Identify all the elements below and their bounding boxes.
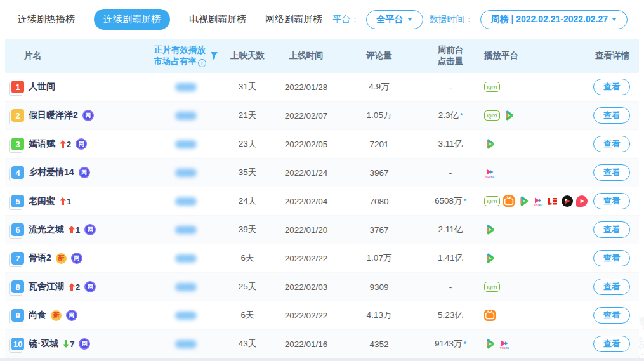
clicks-cell: 2.3亿* bbox=[422, 110, 479, 121]
clicks-value: 2.3亿 bbox=[438, 110, 459, 120]
online-date-cell: 2022/01/28 bbox=[276, 82, 336, 92]
view-button[interactable]: 查看 bbox=[593, 79, 630, 95]
comments-cell: 7201 bbox=[336, 140, 422, 149]
platforms-cell bbox=[479, 253, 586, 264]
platforms-cell: iQIYI bbox=[479, 82, 586, 92]
days-cell: 39天 bbox=[219, 224, 276, 235]
market-share-blurred-value bbox=[175, 312, 197, 320]
market-share-blurred-value bbox=[175, 197, 197, 206]
clicks-value: - bbox=[449, 168, 452, 178]
view-button[interactable]: 查看 bbox=[593, 193, 630, 209]
rank-badge: 10 bbox=[11, 338, 24, 350]
days-cell: 24天 bbox=[219, 195, 276, 207]
online-date-cell: 2022/01/16 bbox=[276, 339, 336, 349]
market-share-blurred-value bbox=[175, 169, 197, 177]
rank-badge: 6 bbox=[11, 223, 24, 236]
platform-select[interactable]: 全平台 bbox=[366, 10, 423, 29]
trend-up-icon bbox=[69, 226, 75, 233]
trend-value: 7 bbox=[70, 339, 74, 349]
view-button[interactable]: 查看 bbox=[593, 336, 630, 352]
days-cell: 25天 bbox=[219, 281, 276, 292]
clicks-cell: 9143万* bbox=[422, 338, 479, 350]
date-range-select[interactable]: 周榜 | 2022.02.21-2022.02.27 bbox=[480, 10, 628, 29]
table-row: 4乡村爱情14网35天2022/01/243967-YOUKU查看 bbox=[5, 159, 639, 187]
comments-cell: 3767 bbox=[336, 225, 422, 235]
drama-title: 镜·双城 bbox=[29, 338, 58, 350]
tab-4[interactable]: 网络剧霸屏榜 bbox=[265, 9, 322, 30]
comments-cell: 4.9万 bbox=[336, 81, 422, 93]
rank-badge: 7 bbox=[11, 252, 24, 265]
days-cell: 31天 bbox=[219, 81, 276, 93]
new-badge: 新 bbox=[56, 253, 67, 264]
web-drama-badge: 网 bbox=[84, 281, 96, 292]
rank-badge: 2 bbox=[11, 109, 24, 122]
comments-cell: 4352 bbox=[336, 339, 422, 349]
col-header-title: 片名 bbox=[5, 50, 152, 62]
view-button[interactable]: 查看 bbox=[593, 279, 630, 295]
days-cell: 35天 bbox=[219, 167, 276, 178]
platforms-cell: iQIYI bbox=[479, 282, 586, 292]
comments-cell: 4.13万 bbox=[336, 310, 422, 321]
sort-funnel-icon[interactable] bbox=[211, 52, 218, 60]
youku-icon: YOUKU bbox=[532, 195, 544, 207]
tab-label: 电视剧霸屏榜 bbox=[189, 13, 246, 24]
trend-down-icon bbox=[63, 340, 69, 348]
table-row: 8瓦舍江湖2网25天2022/02/039309-iQIYI查看 bbox=[5, 273, 639, 301]
table-row: 10镜·双城7网43天2022/01/1643529143万*YOUKU查看 bbox=[5, 330, 639, 358]
view-button[interactable]: 查看 bbox=[593, 221, 630, 238]
tab-1[interactable]: 连续剧热播榜 bbox=[18, 9, 75, 30]
market-share-blurred-value bbox=[175, 283, 197, 291]
mgtv-icon bbox=[503, 195, 515, 207]
estimate-star-icon: * bbox=[460, 112, 463, 119]
view-button[interactable]: 查看 bbox=[593, 107, 630, 124]
trend-indicator: 2 bbox=[60, 140, 71, 149]
youku-icon: YOUKU bbox=[484, 167, 496, 178]
market-share-blurred-value bbox=[175, 254, 197, 263]
platforms-cell bbox=[479, 310, 586, 321]
clicks-cell: 2.11亿 bbox=[422, 224, 479, 235]
online-date-cell: 2022/02/07 bbox=[276, 111, 336, 121]
drama-title: 假日暖洋洋2 bbox=[29, 110, 78, 121]
svg-text:YOUKU: YOUKU bbox=[500, 346, 509, 350]
clicks-value: - bbox=[449, 82, 452, 92]
platforms-cell bbox=[479, 224, 586, 235]
online-date-cell: 2022/02/05 bbox=[276, 140, 336, 149]
letv-icon bbox=[547, 195, 558, 207]
tab-3[interactable]: 电视剧霸屏榜 bbox=[189, 9, 246, 30]
trend-indicator: 2 bbox=[69, 282, 80, 292]
col-header-detail: 查看详情 bbox=[586, 50, 639, 62]
view-button[interactable]: 查看 bbox=[593, 307, 630, 324]
svg-text:YOUKU: YOUKU bbox=[485, 175, 495, 178]
mgtv-icon bbox=[484, 310, 496, 321]
clicks-cell: - bbox=[422, 282, 479, 292]
tab-2[interactable]: 连续剧霸屏榜 bbox=[94, 9, 170, 30]
info-icon[interactable]: ! bbox=[198, 59, 206, 67]
bottom-strip bbox=[0, 358, 644, 361]
days-cell: 43天 bbox=[219, 338, 276, 350]
estimate-star-icon: * bbox=[464, 340, 466, 348]
web-drama-badge: 网 bbox=[79, 338, 90, 350]
tab-label: 连续剧热播榜 bbox=[18, 13, 75, 24]
col-header-market-share[interactable]: 正片有效播放 市场占有率! bbox=[152, 44, 219, 68]
platforms-cell: YOUKU bbox=[479, 338, 586, 350]
drama-title: 骨语2 bbox=[29, 253, 51, 264]
online-date-cell: 2022/02/22 bbox=[276, 311, 336, 320]
web-drama-badge: 网 bbox=[66, 310, 77, 321]
new-badge: 新 bbox=[51, 310, 62, 321]
tencent-icon bbox=[484, 338, 496, 350]
online-date-cell: 2022/02/03 bbox=[276, 282, 336, 292]
col-header-online: 上线时间 bbox=[276, 50, 336, 62]
trend-indicator: 1 bbox=[60, 197, 71, 206]
tencent-icon bbox=[484, 138, 496, 150]
clicks-value: 5.23亿 bbox=[438, 310, 463, 320]
days-cell: 23天 bbox=[219, 138, 276, 150]
view-button[interactable]: 查看 bbox=[593, 164, 630, 181]
view-button[interactable]: 查看 bbox=[593, 136, 630, 152]
clicks-value: 3.11亿 bbox=[438, 139, 463, 148]
trend-indicator: 7 bbox=[63, 339, 74, 349]
chevron-down-icon bbox=[407, 18, 412, 23]
days-cell: 6天 bbox=[219, 310, 276, 321]
view-button[interactable]: 查看 bbox=[593, 250, 630, 266]
platform-select-value: 全平台 bbox=[377, 14, 404, 25]
market-share-blurred-value bbox=[175, 112, 197, 120]
